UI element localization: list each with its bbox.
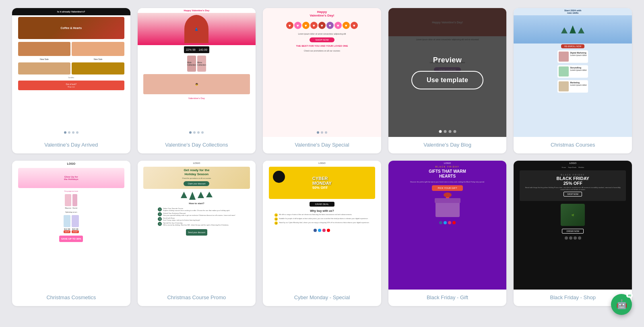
template-thumbnail-vc: Happy Valentine's Day 👗 22% 99 140.99 Ma… [138,8,256,137]
template-card-black-friday-shop[interactable]: LOGO Home SuperDeals Wishlist BLACK FRID… [514,161,632,306]
template-label: Christmas Course Promo [163,294,230,300]
ai-assistant-button[interactable]: 🤖 AI [611,294,632,315]
use-template-button[interactable]: Use template [411,71,483,89]
template-thumbnail-cosm: LOGO Glow Up forthe Holidays Our gorgeou… [12,161,130,290]
template-card-valentines-special[interactable]: HappyValentine's Day! ♥ ♥ ♥ ♥ ♥ ♥ ♥ ♥ ♥ … [263,8,381,153]
template-card-christmas-cosmetics[interactable]: LOGO Glow Up forthe Holidays Our gorgeou… [12,161,130,306]
template-thumbnail-bf: LOGO BLACK FRIDAY GIFTS THAT WARMHEARTS … [388,161,507,290]
template-card-valentines-collections[interactable]: Happy Valentine's Day 👗 22% 99 140.99 Ma… [138,8,256,153]
template-gallery: Is it already Valentine's? Coffee & Hear… [0,0,644,314]
template-card-black-friday-gift[interactable]: LOGO BLACK FRIDAY GIFTS THAT WARMHEARTS … [388,161,507,306]
template-label: Christmas Courses [547,142,599,148]
template-label: Valentine's Day Arrived [40,142,102,148]
template-label: Black Friday - Gift [423,294,472,300]
template-card-cyber-monday[interactable]: LOGO CYBER MONDAY 50% OFF GRAB DEAL Why … [263,161,381,306]
template-card-christmas-course-promo[interactable]: LOGO Get ready for theHoliday Season Che… [138,161,256,306]
template-thumbnail-bfs: LOGO Home SuperDeals Wishlist BLACK FRID… [514,161,632,290]
template-thumbnail-cm: LOGO CYBER MONDAY 50% OFF GRAB DEAL Why … [263,161,381,290]
template-label: Christmas Cosmetics [42,294,100,300]
ai-robot-icon: 🤖 [616,299,627,310]
template-label: Valentine's Day Collections [161,142,232,148]
template-card-valentines-blog[interactable]: Happy Valentine's Day! Lorem ipsum dolor… [388,8,507,153]
template-card-christmas-courses[interactable]: Start 2024 withnew skills RE-ENROLL NOW … [514,8,632,153]
template-thumbnail-vs: HappyValentine's Day! ♥ ♥ ♥ ♥ ♥ ♥ ♥ ♥ ♥ … [263,8,381,137]
template-card-valentines-arrived[interactable]: Is it already Valentine's? Coffee & Hear… [12,8,130,153]
template-label: Black Friday - Shop [546,294,599,300]
ai-badge-label: AI [626,293,633,298]
template-thumbnail-ccp: LOGO Get ready for theHoliday Season Che… [138,161,256,290]
template-label: Valentine's Day Blog [419,142,475,148]
template-thumbnail-vda: Is it already Valentine's? Coffee & Hear… [12,8,130,137]
template-label: Cyber Monday - Special [290,294,354,300]
overlay-preview-label: Preview [433,56,462,64]
template-label: Valentine's Day Special [291,142,353,148]
template-overlay: Preview Use template [388,8,507,137]
template-thumbnail-cc: Start 2024 withnew skills RE-ENROLL NOW … [514,8,632,137]
template-thumbnail-vb: Happy Valentine's Day! Lorem ipsum dolor… [388,8,507,137]
